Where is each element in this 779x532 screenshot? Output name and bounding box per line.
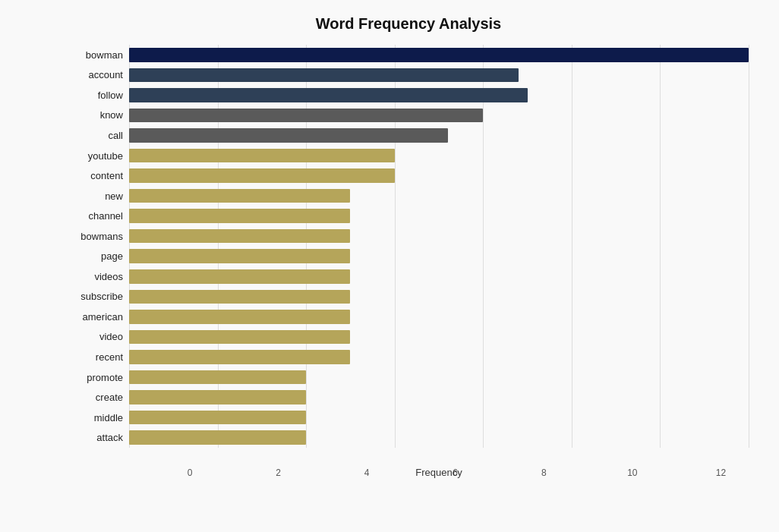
bar-row: page	[68, 246, 749, 266]
bar-row: promote	[68, 367, 749, 388]
bar-track	[129, 229, 749, 244]
bar-fill	[129, 109, 483, 123]
bar-label: content	[68, 170, 129, 181]
bar-row: new	[68, 186, 749, 206]
bar-row: content	[68, 165, 749, 186]
bar-fill	[129, 88, 528, 102]
bar-label: bowmans	[68, 231, 129, 242]
bar-track	[129, 370, 749, 385]
bar-track	[129, 249, 749, 263]
bar-fill	[129, 290, 350, 304]
bar-track	[129, 109, 749, 123]
bar-fill	[129, 430, 306, 445]
bar-fill	[129, 370, 306, 385]
bar-track	[129, 350, 749, 364]
bar-label: new	[68, 190, 129, 202]
bar-label: middle	[68, 412, 129, 423]
bar-track	[129, 128, 749, 143]
bar-label: video	[68, 331, 129, 342]
bar-fill	[129, 189, 350, 203]
bar-track	[129, 149, 749, 163]
bar-row: know	[68, 105, 749, 126]
bar-track	[129, 411, 749, 425]
bar-label: call	[68, 130, 129, 141]
bar-fill	[129, 330, 350, 345]
bar-label: attack	[68, 432, 129, 443]
bar-fill	[129, 350, 350, 364]
bar-track	[129, 269, 749, 284]
bar-fill	[129, 310, 350, 324]
chart-area: bowmanaccountfollowknowcallyoutubeconten…	[68, 45, 749, 478]
bar-fill	[129, 390, 306, 405]
bar-label: youtube	[68, 150, 129, 162]
bar-label: american	[68, 311, 129, 323]
bar-row: videos	[68, 266, 749, 287]
bar-fill	[129, 229, 350, 244]
bar-row: call	[68, 125, 749, 146]
bar-row: american	[68, 307, 749, 327]
bar-fill	[129, 269, 350, 284]
bar-track	[129, 209, 749, 223]
bar-track	[129, 390, 749, 405]
bar-track	[129, 68, 749, 83]
x-axis: 02468101214 Frequency	[129, 448, 749, 478]
bar-row: video	[68, 327, 749, 348]
bars-wrapper: bowmanaccountfollowknowcallyoutubeconten…	[68, 45, 749, 448]
bar-row: follow	[68, 85, 749, 105]
bar-label: follow	[68, 90, 129, 101]
bar-track	[129, 310, 749, 324]
bar-fill	[129, 411, 306, 425]
bar-track	[129, 168, 749, 183]
bar-fill	[129, 128, 448, 143]
bar-fill	[129, 168, 395, 183]
bar-label: recent	[68, 351, 129, 363]
bar-track	[129, 48, 749, 62]
bar-label: channel	[68, 210, 129, 222]
bar-label: bowman	[68, 49, 129, 61]
bar-track	[129, 330, 749, 345]
bar-fill	[129, 48, 749, 62]
bar-track	[129, 430, 749, 445]
bar-label: subscribe	[68, 291, 129, 302]
bar-fill	[129, 68, 519, 83]
bar-row: youtube	[68, 146, 749, 166]
chart-container: Word Frequency Analysis bowmanaccountfol…	[0, 0, 779, 532]
bar-row: middle	[68, 408, 749, 428]
bar-label: know	[68, 109, 129, 121]
bar-label: promote	[68, 372, 129, 383]
bar-track	[129, 189, 749, 203]
bar-track	[129, 290, 749, 304]
bar-row: attack	[68, 427, 749, 448]
chart-title: Word Frequency Analysis	[68, 15, 749, 33]
bar-label: page	[68, 250, 129, 262]
bar-fill	[129, 149, 395, 163]
x-axis-label: Frequency	[129, 467, 749, 478]
bar-row: bowman	[68, 45, 749, 65]
bar-fill	[129, 209, 350, 223]
bar-label: videos	[68, 271, 129, 282]
bar-label: account	[68, 69, 129, 80]
bar-row: recent	[68, 347, 749, 367]
bar-row: bowmans	[68, 226, 749, 247]
grid-line	[749, 45, 749, 448]
bar-track	[129, 88, 749, 102]
bar-row: create	[68, 387, 749, 408]
bar-row: account	[68, 65, 749, 86]
bar-fill	[129, 249, 350, 263]
bar-row: channel	[68, 206, 749, 226]
bar-row: subscribe	[68, 287, 749, 307]
bar-label: create	[68, 392, 129, 403]
